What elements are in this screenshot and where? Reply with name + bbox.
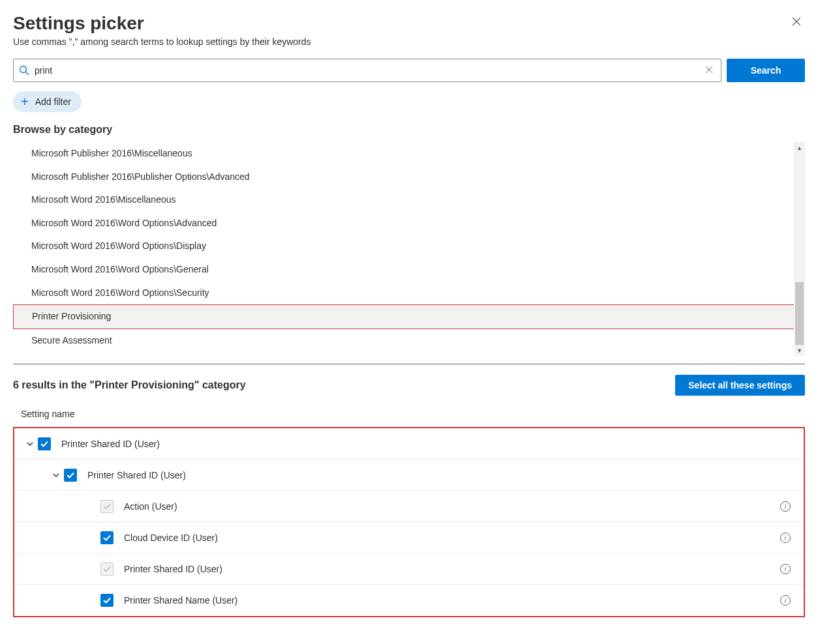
setting-checkbox[interactable] — [64, 469, 77, 482]
setting-checkbox[interactable] — [100, 500, 114, 513]
page-title: Settings picker — [13, 13, 311, 34]
category-item[interactable]: Microsoft Word 2016\Word Options\General — [31, 258, 792, 282]
scroll-up-icon[interactable]: ▲ — [794, 142, 805, 153]
scrollbar-thumb[interactable] — [795, 282, 804, 345]
info-icon[interactable]: i — [780, 533, 791, 543]
info-icon[interactable]: i — [780, 595, 791, 606]
setting-label: Printer Shared ID (User) — [61, 439, 796, 449]
setting-label: Cloud Device ID (User) — [124, 533, 780, 543]
plus-icon: + — [21, 95, 29, 108]
setting-row[interactable]: Printer Shared Name (User)i — [14, 585, 804, 616]
browse-heading: Browse by category — [13, 124, 805, 136]
category-item[interactable]: Microsoft Word 2016\Miscellaneous — [31, 188, 792, 212]
category-list[interactable]: Microsoft Publisher 2016\MiscellaneousMi… — [13, 142, 805, 356]
add-filter-button[interactable]: + Add filter — [13, 91, 82, 112]
setting-label: Action (User) — [124, 501, 780, 512]
category-item[interactable]: Printer Provisioning — [13, 304, 805, 329]
search-icon — [19, 65, 29, 76]
setting-label: Printer Shared Name (User) — [124, 595, 780, 606]
info-icon[interactable]: i — [780, 564, 791, 574]
setting-checkbox[interactable] — [100, 594, 114, 607]
chevron-down-icon[interactable] — [48, 471, 64, 480]
column-header-setting-name: Setting name — [13, 409, 805, 427]
add-filter-label: Add filter — [35, 96, 71, 107]
page-subtitle: Use commas "," among search terms to loo… — [13, 37, 311, 47]
category-item[interactable]: Microsoft Word 2016\Word Options\Securit… — [31, 282, 792, 305]
chevron-down-icon[interactable] — [22, 439, 38, 448]
setting-row[interactable]: Printer Shared ID (User) — [14, 428, 804, 460]
close-icon — [792, 17, 801, 28]
category-item[interactable]: Microsoft Publisher 2016\Miscellaneous — [31, 142, 792, 166]
setting-checkbox[interactable] — [100, 531, 114, 544]
results-count: 6 results in the "Printer Provisioning" … — [13, 379, 246, 391]
category-item[interactable]: Microsoft Word 2016\Word Options\Advance… — [31, 212, 792, 235]
setting-checkbox[interactable] — [100, 563, 114, 576]
setting-label: Printer Shared ID (User) — [87, 470, 796, 480]
settings-tree: Printer Shared ID (User)Printer Shared I… — [13, 427, 805, 617]
close-button[interactable] — [788, 13, 805, 33]
divider — [13, 364, 805, 364]
search-button[interactable]: Search — [727, 59, 805, 82]
search-box[interactable] — [13, 59, 721, 82]
setting-row[interactable]: Action (User)i — [14, 491, 804, 522]
category-item[interactable]: Microsoft Word 2016\Word Options\Display — [31, 235, 792, 258]
scroll-down-icon[interactable]: ▼ — [794, 345, 805, 356]
setting-row[interactable]: Printer Shared ID (User) — [14, 460, 804, 491]
info-icon[interactable]: i — [780, 501, 791, 512]
select-all-button[interactable]: Select all these settings — [675, 375, 805, 396]
setting-label: Printer Shared ID (User) — [124, 564, 780, 574]
setting-row[interactable]: Printer Shared ID (User)i — [14, 553, 804, 585]
search-input[interactable] — [35, 65, 703, 76]
svg-point-0 — [20, 66, 27, 73]
setting-checkbox[interactable] — [38, 437, 51, 450]
category-item[interactable]: Microsoft Publisher 2016\Publisher Optio… — [31, 166, 792, 189]
scrollbar[interactable]: ▲ ▼ — [794, 142, 805, 356]
svg-line-1 — [26, 72, 29, 76]
clear-search-icon[interactable] — [703, 63, 716, 78]
setting-row[interactable]: Cloud Device ID (User)i — [14, 522, 804, 553]
category-item[interactable]: Secure Assessment — [31, 329, 792, 353]
